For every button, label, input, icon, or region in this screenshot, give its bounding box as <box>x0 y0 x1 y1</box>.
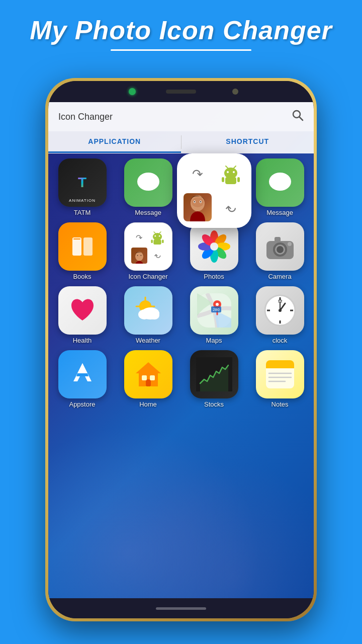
svg-rect-73 <box>142 375 147 380</box>
app-icon-stocks <box>190 350 238 398</box>
app-label-clock: clock <box>273 337 288 344</box>
app-icon-iconchanger: ↷ <box>124 222 172 271</box>
svg-rect-78 <box>266 364 294 368</box>
app-label-stocks: Stocks <box>204 400 224 408</box>
front-camera <box>129 88 136 95</box>
svg-text:280: 280 <box>213 307 220 312</box>
app-icon-health <box>58 286 107 335</box>
app-message1[interactable]: Message <box>118 158 178 216</box>
app-label-notes: Notes <box>272 400 289 408</box>
svg-line-26 <box>154 232 155 233</box>
app-home[interactable]: Home <box>118 350 178 408</box>
app-icon-appstore <box>58 350 107 398</box>
svg-point-13 <box>192 197 204 207</box>
svg-point-2 <box>137 173 159 191</box>
app-icon-message1 <box>124 158 172 207</box>
phone-notch-bar <box>48 81 314 102</box>
app-label-home: Home <box>139 400 157 408</box>
app-icon-books <box>58 222 107 271</box>
svg-point-48 <box>288 242 292 246</box>
svg-rect-30 <box>162 239 164 243</box>
app-label-maps: Maps <box>206 337 222 344</box>
search-icon[interactable] <box>292 109 304 124</box>
svg-point-59 <box>216 303 219 306</box>
phone-inner: Icon Changer APPLICATION SHORTCUT <box>48 81 314 618</box>
svg-line-7 <box>226 166 228 168</box>
popup-icon-changer-widget[interactable]: ↷ <box>177 153 251 228</box>
app-label-photos: Photos <box>204 273 224 280</box>
app-appstore[interactable]: Appstore <box>52 350 112 408</box>
apps-grid: T ANIMATION TATM Message <box>48 153 314 413</box>
svg-line-8 <box>234 166 236 168</box>
app-label-iconchanger: Icon Changer <box>128 273 167 280</box>
app-label-camera: Camera <box>268 273 291 280</box>
svg-point-24 <box>154 235 156 237</box>
phone-frame: Icon Changer APPLICATION SHORTCUT <box>45 78 317 621</box>
app-stocks[interactable]: Stocks <box>184 350 244 408</box>
svg-rect-74 <box>150 375 155 380</box>
app-icon-clock: 12 <box>256 286 304 335</box>
header: My Photo Icon Changer <box>0 0 362 56</box>
app-books[interactable]: Books <box>52 222 112 280</box>
front-cam-sensor <box>232 89 238 95</box>
svg-rect-9 <box>225 177 236 184</box>
svg-point-56 <box>149 311 159 319</box>
svg-rect-72 <box>146 379 151 386</box>
app-icon-camera <box>256 222 304 271</box>
svg-rect-20 <box>72 237 81 256</box>
tab-shortcut[interactable]: SHORTCUT <box>182 131 314 153</box>
svg-point-23 <box>152 233 161 240</box>
screen-content: Icon Changer APPLICATION SHORTCUT <box>48 102 314 598</box>
svg-point-6 <box>233 171 235 173</box>
app-camera[interactable]: Camera <box>250 222 310 280</box>
svg-point-16 <box>194 201 195 202</box>
popup-android-icon <box>215 158 246 190</box>
app-label-message2: Message <box>266 209 293 216</box>
tatm-letter: T <box>78 175 86 191</box>
svg-point-70 <box>279 309 282 312</box>
app-tatm[interactable]: T ANIMATION TATM <box>52 158 112 216</box>
page-title: My Photo Icon Changer <box>10 15 352 45</box>
app-photos[interactable]: Photos <box>184 222 244 280</box>
app-iconchanger-small[interactable]: ↷ <box>118 222 178 280</box>
app-weather[interactable]: Weather <box>118 286 178 344</box>
tab-application[interactable]: APPLICATION <box>48 131 181 153</box>
app-icon-photos <box>190 222 238 271</box>
svg-point-55 <box>138 309 150 319</box>
tab-bar: APPLICATION SHORTCUT <box>48 131 314 153</box>
svg-rect-10 <box>222 177 224 182</box>
app-popup-iconchanger[interactable]: ↷ <box>184 158 244 216</box>
popup-photo <box>182 192 213 223</box>
home-indicator <box>156 607 206 610</box>
app-clock[interactable]: 12 clock <box>250 286 310 344</box>
svg-point-33 <box>140 255 141 256</box>
app-label-appstore: Appstore <box>69 400 95 408</box>
small-arrow-down: ↷ <box>149 247 166 264</box>
popup-arrow-right: ↷ <box>182 158 213 190</box>
app-label-health: Health <box>73 337 92 344</box>
svg-point-32 <box>137 255 138 256</box>
svg-point-18 <box>269 173 291 191</box>
photo-face <box>184 193 212 221</box>
svg-point-4 <box>224 168 237 179</box>
svg-line-27 <box>159 232 161 233</box>
search-text: Icon Changer <box>58 112 113 122</box>
svg-rect-29 <box>151 239 153 243</box>
app-icon-notes <box>256 350 304 398</box>
speaker <box>166 90 196 94</box>
small-photo <box>131 247 148 264</box>
svg-rect-47 <box>275 237 281 242</box>
svg-rect-11 <box>237 177 240 182</box>
app-label-tatm: TATM <box>74 209 90 216</box>
svg-point-25 <box>158 235 160 237</box>
app-notes[interactable]: Notes <box>250 350 310 408</box>
app-icon-home <box>124 350 172 398</box>
app-label-message1: Message <box>135 209 161 216</box>
app-maps[interactable]: 280 Maps <box>184 286 244 344</box>
app-health[interactable]: Health <box>52 286 112 344</box>
app-message2[interactable]: Message <box>250 158 310 216</box>
app-icon-weather <box>124 286 172 335</box>
app-icon-maps: 280 <box>190 286 238 335</box>
svg-point-17 <box>200 201 201 202</box>
search-bar[interactable]: Icon Changer <box>48 102 314 131</box>
